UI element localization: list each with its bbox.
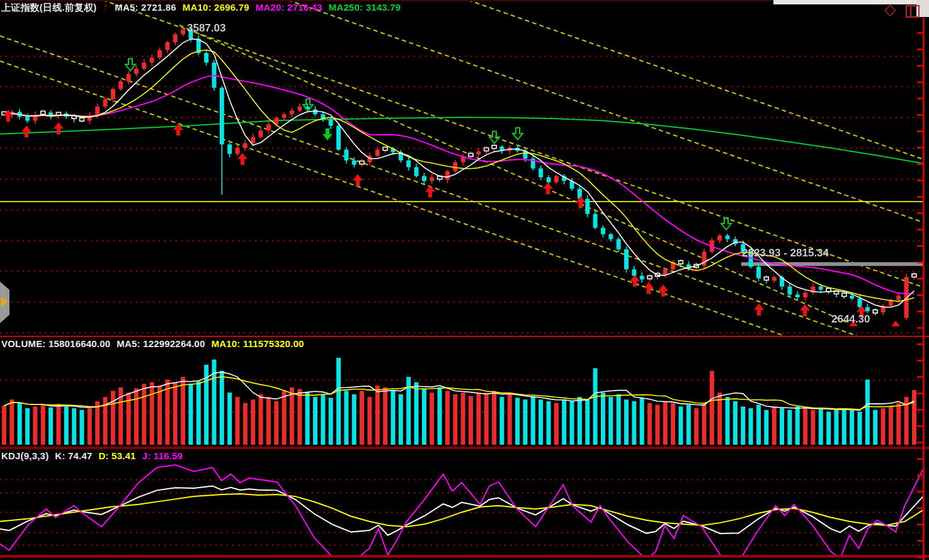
- price-pane-header: 上证指数(日线.前复权)↑MA5: 2721.86MA10: 2696.79MA…: [1, 1, 407, 14]
- trend-up-icon: ↑: [103, 1, 109, 13]
- ma20-value: MA20: 2716.43: [256, 2, 322, 13]
- window-top-strip: [773, 0, 929, 4]
- volume-ma10-value: MA10: 111575320.00: [211, 338, 304, 349]
- volume-pane-header: VOLUME: 158016640.00MA5: 122992264.00MA1…: [1, 338, 311, 349]
- kdj-pane: KDJ(9,3,3)K: 74.47D: 53.41J: 116.59: [0, 449, 929, 560]
- volume-pane: VOLUME: 158016640.00MA5: 122992264.00MA1…: [0, 337, 929, 449]
- expand-arrow-icon: [1, 297, 8, 307]
- kdj-pane-bottom-border: [0, 555, 929, 557]
- split-window-icon[interactable]: [906, 5, 920, 18]
- gap-range-label: 2823.93 - 2815.34: [742, 247, 829, 260]
- kdj-d-value: D: 53.41: [99, 450, 136, 461]
- low-price-label: 2644.30: [831, 313, 870, 326]
- ma250-value: MA250: 3143.79: [329, 2, 401, 13]
- peak-price-label: 3587.03: [187, 22, 225, 35]
- candlestick-chart-canvas[interactable]: [0, 0, 923, 336]
- kdj-pane-header: KDJ(9,3,3)K: 74.47D: 53.41J: 116.59: [1, 450, 189, 461]
- price-axis-ticks: [917, 18, 923, 560]
- volume-chart-canvas[interactable]: [0, 351, 923, 446]
- volume-ma5-value: MA5: 122992264.00: [117, 338, 205, 349]
- split-window-icon-inner: [907, 6, 911, 16]
- volume-value: VOLUME: 158016640.00: [1, 338, 110, 349]
- diamond-tool-icon[interactable]: ◇: [884, 1, 896, 18]
- kdj-k-value: K: 74.47: [55, 450, 92, 461]
- kdj-j-value: J: 116.59: [142, 450, 183, 461]
- ma10-value: MA10: 2696.79: [183, 2, 249, 13]
- instrument-title: 上证指数(日线.前复权): [1, 2, 97, 13]
- kdj-name: KDJ(9,3,3): [1, 450, 48, 461]
- price-pane: 上证指数(日线.前复权)↑MA5: 2721.86MA10: 2696.79MA…: [0, 0, 929, 337]
- price-axis-line: [923, 18, 925, 560]
- ma5-value: MA5: 2721.86: [115, 2, 176, 13]
- kdj-chart-canvas[interactable]: [0, 464, 923, 556]
